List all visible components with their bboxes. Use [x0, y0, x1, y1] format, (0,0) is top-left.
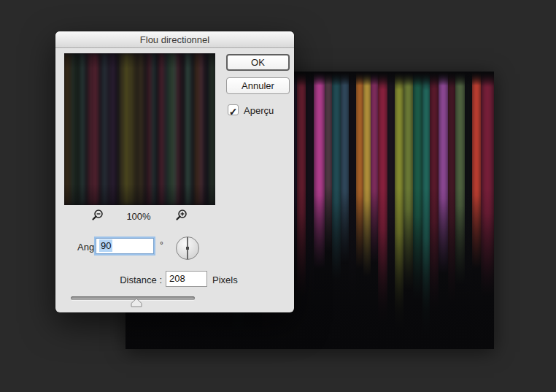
image-stripe — [151, 53, 155, 205]
desktop-background: Flou directionnel 100% — [0, 0, 556, 392]
image-stripe — [341, 72, 348, 266]
image-stripe — [158, 53, 163, 205]
image-stripe — [110, 53, 115, 205]
image-stripe — [163, 53, 167, 205]
distance-slider-thumb[interactable] — [131, 297, 142, 307]
image-stripe — [297, 72, 306, 299]
angle-dial[interactable] — [175, 236, 200, 261]
image-stripe — [115, 53, 118, 205]
image-stripe — [363, 72, 371, 280]
image-stripe — [481, 72, 494, 299]
image-stripe — [404, 72, 413, 293]
pixels-unit-label: Pixels — [212, 274, 238, 285]
image-stripe — [190, 53, 194, 205]
image-stripe — [171, 53, 175, 205]
dialog-title: Flou directionnel — [140, 34, 209, 45]
image-stripe — [203, 53, 207, 205]
image-stripe — [167, 53, 171, 205]
distance-label: Distance : — [85, 274, 162, 285]
angle-value-selected: 90 — [99, 239, 112, 252]
image-stripe — [101, 53, 106, 205]
image-stripe — [306, 72, 313, 310]
image-stripe — [84, 53, 88, 205]
image-stripe — [138, 53, 142, 205]
image-stripe — [371, 72, 378, 266]
image-stripe — [422, 72, 430, 341]
preview-thumbnail[interactable] — [64, 53, 215, 205]
image-stripe — [465, 72, 472, 327]
image-stripe — [119, 53, 123, 205]
image-stripe — [472, 72, 482, 272]
image-stripe — [134, 53, 138, 205]
zoom-out-button[interactable] — [91, 209, 104, 222]
ok-button[interactable]: OK — [226, 54, 290, 71]
image-stripe — [93, 53, 97, 205]
image-stripe — [143, 53, 147, 205]
image-stripe — [332, 72, 341, 283]
checkmark-icon: ✓ — [229, 106, 238, 118]
magnifier-minus-icon — [91, 213, 104, 224]
zoom-in-button[interactable] — [175, 209, 188, 222]
image-stripe — [123, 53, 129, 205]
image-stripe — [155, 53, 158, 205]
image-stripe — [175, 53, 179, 205]
preview-checkbox-label: Aperçu — [244, 105, 274, 116]
zoom-level-label: 100% — [117, 211, 161, 222]
image-stripe — [349, 72, 356, 321]
image-stripe — [74, 53, 79, 205]
magnifier-plus-icon — [175, 213, 188, 224]
image-stripe — [325, 72, 332, 255]
angle-input[interactable]: 90 — [96, 238, 154, 254]
cancel-button[interactable]: Annuler — [226, 77, 290, 94]
dialog-titlebar[interactable]: Flou directionnel — [55, 31, 294, 48]
image-stripe — [194, 53, 198, 205]
distance-value: 208 — [169, 273, 185, 284]
image-stripe — [70, 53, 74, 205]
image-stripe — [147, 53, 151, 205]
degree-unit-label: ° — [160, 240, 163, 250]
image-stripe — [64, 53, 70, 205]
distance-input[interactable]: 208 — [166, 271, 207, 287]
preview-checkbox[interactable]: ✓ — [228, 104, 239, 115]
image-stripe — [430, 72, 439, 315]
image-stripe — [387, 72, 395, 304]
image-stripe — [356, 72, 363, 272]
image-stripe — [80, 53, 84, 205]
image-stripe — [198, 53, 203, 205]
image-stripe — [129, 53, 134, 205]
image-stripe — [98, 53, 101, 205]
motion-blur-dialog: Flou directionnel 100% — [55, 31, 294, 312]
image-stripe — [448, 72, 455, 307]
image-stripe — [413, 72, 422, 304]
image-stripe — [439, 72, 448, 277]
image-stripe — [208, 53, 215, 205]
image-stripe — [395, 72, 404, 332]
image-stripe — [179, 53, 184, 205]
image-stripe — [88, 53, 93, 205]
image-stripe — [185, 53, 190, 205]
image-stripe — [314, 72, 325, 272]
image-stripe — [455, 72, 465, 288]
image-stripe — [106, 53, 110, 205]
image-stripe — [378, 72, 387, 327]
